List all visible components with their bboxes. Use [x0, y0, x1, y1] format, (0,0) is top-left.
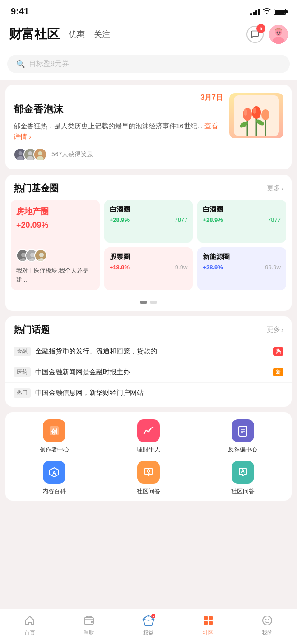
- fund-big-gain: +20.09%: [16, 221, 94, 230]
- status-icons: [250, 8, 286, 16]
- hot-topics-more[interactable]: 更多 ›: [267, 325, 283, 334]
- topic-tag-2: 医药: [14, 367, 31, 377]
- fund-small-row-2: +28.9% 7877: [203, 216, 281, 223]
- licai-icon: [137, 419, 160, 442]
- featured-title: 郁金香泡沫: [14, 103, 223, 116]
- featured-meta: 567人获得奖励: [14, 148, 223, 161]
- diamond-icon: ✦ +: [142, 614, 155, 627]
- svg-point-32: [39, 253, 44, 257]
- svg-point-24: [253, 108, 256, 114]
- fund-card-baijiu-1[interactable]: 白酒圈 +28.9% 7877: [104, 200, 193, 243]
- svg-rect-51: [209, 616, 213, 620]
- svg-text:✦: ✦: [147, 615, 150, 618]
- fund-small-row-1: +28.9% 7877: [110, 216, 188, 223]
- service-item-licai[interactable]: 理财牛人: [105, 419, 192, 454]
- user-avatar[interactable]: [269, 25, 288, 44]
- creator-center-label: 创作者中心: [40, 446, 69, 454]
- licai-nav-label: 理财: [84, 629, 94, 637]
- nav-item-home[interactable]: 首页: [16, 614, 43, 637]
- message-badge: 5: [256, 24, 265, 33]
- hot-fund-title: 热门基金圈: [14, 182, 59, 194]
- svg-point-54: [263, 616, 272, 625]
- fund-grid-wrapper: 房地产圈 +20.09% 我对于医疗板块,我个人还是建... 白酒圈: [5, 200, 292, 297]
- service-item-creator[interactable]: 创 创作者中心: [11, 419, 98, 454]
- svg-text:A: A: [52, 470, 56, 475]
- message-button[interactable]: 5: [246, 25, 265, 44]
- shequ-label: 社区: [203, 629, 213, 637]
- qa-1-icon: Q: [137, 461, 160, 484]
- featured-top: 3月7日 郁金香泡沫 郁金香狂热，是人类历史上记载的最早的泡沫经济事件16世纪.…: [14, 93, 283, 161]
- svg-rect-52: [204, 621, 208, 625]
- svg-rect-44: [91, 621, 93, 623]
- fund-small-title-3: 股票圈: [110, 253, 188, 261]
- nav-youhui[interactable]: 优惠: [69, 29, 85, 40]
- search-input-wrap[interactable]: 🔍 目标盈9元券: [7, 55, 290, 73]
- featured-content: 3月7日 郁金香泡沫 郁金香狂热，是人类历史上记载的最早的泡沫经济事件16世纪.…: [14, 93, 223, 161]
- topic-item-3[interactable]: 热门 中国金融信息网，新华财经门户网站: [5, 383, 292, 403]
- featured-desc: 郁金香狂热，是人类历史上记载的最早的泡沫经济事件16世纪... 查看详情 ›: [14, 121, 223, 142]
- svg-point-4: [279, 32, 281, 33]
- svg-text:A: A: [241, 469, 244, 474]
- home-label: 首页: [24, 629, 35, 637]
- header-nav: 优惠 关注: [69, 29, 246, 40]
- signal-icon: [250, 8, 260, 15]
- fund-card-stock[interactable]: 股票圈 +18.9% 9.9w: [104, 247, 193, 290]
- baike-label: 内容百科: [42, 487, 66, 495]
- qa-1-label: 社区问答: [137, 487, 160, 495]
- fund-big-text: 我对于医疗板块,我个人还是建...: [16, 266, 94, 284]
- nav-item-quanyi[interactable]: ✦ + 权益: [135, 614, 162, 637]
- battery-icon: [274, 9, 286, 15]
- svg-point-9: [28, 151, 32, 155]
- hot-badge-1: 热: [273, 347, 283, 356]
- pagination-dots: [5, 297, 292, 311]
- participant-avatar-3: [33, 148, 47, 161]
- nav-guanzhu[interactable]: 关注: [94, 29, 110, 40]
- status-bar: 9:41: [0, 0, 297, 20]
- svg-point-55: [265, 619, 267, 620]
- featured-date: 3月7日: [14, 93, 223, 103]
- fund-card-new-energy[interactable]: 新能源圈 +28.9% 99.9w: [197, 247, 286, 290]
- header-actions: 5: [246, 25, 288, 44]
- svg-point-22: [261, 109, 269, 120]
- status-time: 9:41: [11, 6, 29, 17]
- featured-card: 3月7日 郁金香泡沫 郁金香狂热，是人类历史上记载的最早的泡沫经济事件16世纪.…: [5, 85, 292, 169]
- topic-item-1[interactable]: 金融 金融指货币的发行、流通和回笼，贷款的... 热: [5, 341, 292, 362]
- search-placeholder: 目标盈9元券: [29, 59, 69, 69]
- service-grid: 创 创作者中心 理财牛人: [11, 419, 286, 495]
- featured-link[interactable]: 查看详情 ›: [14, 122, 218, 141]
- wifi-icon: [263, 8, 271, 16]
- featured-image: [229, 93, 283, 138]
- fund-avatars: [16, 249, 94, 262]
- anti-fraud-label: 反诈骗中心: [228, 446, 257, 454]
- topic-item-2[interactable]: 医药 中国金融新闻网是金融时报主办 新: [5, 362, 292, 383]
- hot-fund-more[interactable]: 更多 ›: [267, 184, 283, 193]
- featured-count: 567人获得奖励: [51, 150, 93, 159]
- fund-grid: 房地产圈 +20.09% 我对于医疗板块,我个人还是建... 白酒圈: [11, 200, 286, 290]
- svg-point-12: [38, 151, 42, 155]
- service-item-baike[interactable]: A 内容百科: [11, 461, 98, 495]
- service-item-qa-1[interactable]: Q 社区问答: [105, 461, 192, 495]
- fund-card-real-estate[interactable]: 房地产圈 +20.09% 我对于医疗板块,我个人还是建...: [11, 200, 100, 290]
- service-item-anti-fraud[interactable]: 反诈骗中心: [199, 419, 286, 454]
- quanyi-label: 权益: [143, 629, 154, 637]
- svg-text:Q: Q: [147, 469, 150, 474]
- hot-topics-title: 热门话题: [14, 324, 50, 336]
- fund-small-row-3: +18.9% 9.9w: [110, 264, 188, 271]
- nav-item-shequ[interactable]: 社区: [195, 614, 222, 637]
- fund-card-baijiu-2[interactable]: 白酒圈 +28.9% 7877: [197, 200, 286, 243]
- fund-small-title-2: 白酒圈: [203, 205, 281, 214]
- nav-item-wode[interactable]: 我的: [254, 614, 281, 637]
- baike-icon: A: [43, 461, 65, 484]
- anti-fraud-icon: [232, 419, 254, 442]
- svg-point-56: [268, 619, 269, 620]
- svg-point-3: [277, 32, 278, 33]
- hot-topics-header: 热门话题 更多 ›: [5, 316, 292, 341]
- nav-item-licai[interactable]: 理财: [75, 614, 102, 637]
- search-bar: 🔍 目标盈9元券: [0, 50, 297, 80]
- svg-text:+: +: [153, 615, 154, 618]
- fund-small-title-1: 白酒圈: [110, 205, 188, 214]
- main-content: 3月7日 郁金香泡沫 郁金香狂热，是人类历史上记载的最早的泡沫经济事件16世纪.…: [0, 80, 297, 547]
- header: 财富社区 优惠 关注 5: [0, 20, 297, 50]
- topic-text-1: 金融指货币的发行、流通和回笼，贷款的...: [35, 347, 269, 356]
- service-item-qa-2[interactable]: A 社区问答: [199, 461, 286, 495]
